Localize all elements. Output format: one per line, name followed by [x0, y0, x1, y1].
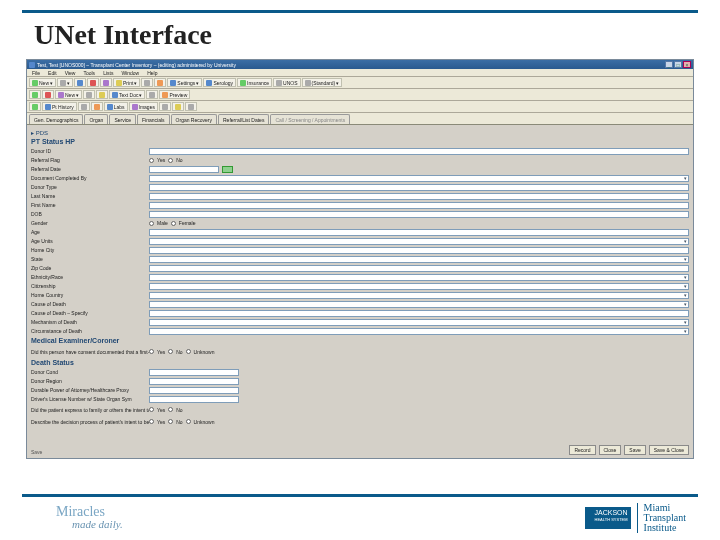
home-city-input[interactable]	[149, 247, 689, 254]
toolbar-button[interactable]: New▾	[29, 78, 56, 87]
referral-date-input[interactable]	[149, 166, 219, 173]
menu-tools[interactable]: Tools	[81, 70, 97, 76]
first-name-input[interactable]	[149, 202, 689, 209]
row-consent-obtained: Did this person have consent documented …	[31, 346, 689, 357]
close-window-button[interactable]: ×	[683, 61, 691, 68]
toolbar-button[interactable]	[159, 102, 171, 111]
driver-license-input[interactable]	[149, 396, 239, 403]
donor-region-input[interactable]	[149, 378, 239, 385]
referral-flag-yes-radio[interactable]	[149, 158, 154, 163]
toolbar-icon	[90, 80, 96, 86]
toolbar-icon	[103, 80, 109, 86]
last-name-input[interactable]	[149, 193, 689, 200]
toolbar-button[interactable]: Print▾	[113, 78, 140, 87]
menu-edit[interactable]: Edit	[46, 70, 59, 76]
toolbar-button[interactable]: Images	[129, 102, 158, 111]
tab-strip: Gen. Demographics Organ Service Financia…	[27, 113, 693, 125]
family-contact-no-radio[interactable]	[168, 407, 173, 412]
label-gender: Gender	[31, 220, 149, 226]
age-units-select[interactable]	[149, 238, 689, 245]
menu-window[interactable]: Window	[119, 70, 141, 76]
toolbar-button[interactable]	[146, 90, 158, 99]
close-button[interactable]: Close	[599, 445, 622, 455]
row-cod-spec: Cause of Death – Specify	[31, 309, 689, 317]
toolbar-button[interactable]	[100, 78, 112, 87]
toolbar-button[interactable]: New▾	[55, 90, 82, 99]
toolbar-button[interactable]	[141, 78, 153, 87]
toolbar-button[interactable]: ▾	[57, 78, 73, 87]
toolbar-button[interactable]	[185, 102, 197, 111]
minimize-button[interactable]: _	[665, 61, 673, 68]
document-completed-select[interactable]	[149, 175, 689, 182]
mechanism-select[interactable]	[149, 319, 689, 326]
decision-process-unk-radio[interactable]	[186, 419, 191, 424]
tab-organ-recovery[interactable]: Organ Recovery	[171, 114, 217, 124]
menu-file[interactable]: File	[30, 70, 42, 76]
cause-of-death-select[interactable]	[149, 301, 689, 308]
toolbar-button[interactable]	[172, 102, 184, 111]
referral-flag-no-radio[interactable]	[168, 158, 173, 163]
family-contact-yes-radio[interactable]	[149, 407, 154, 412]
toolbar-button[interactable]: Text Doc▾	[109, 90, 145, 99]
toolbar-button[interactable]	[154, 78, 166, 87]
dpa-input[interactable]	[149, 387, 239, 394]
toolbar-button[interactable]: Settings▾	[167, 78, 202, 87]
gender-m-radio[interactable]	[149, 221, 154, 226]
tab-organ[interactable]: Organ	[84, 114, 108, 124]
save-close-button[interactable]: Save & Close	[649, 445, 689, 455]
row-donor-cond: Donor Cond	[31, 368, 689, 376]
row-last-name: Last Name	[31, 192, 689, 200]
decision-process-no-radio[interactable]	[168, 419, 173, 424]
toolbar-button[interactable]: Serology	[203, 78, 236, 87]
tab-referral-dates[interactable]: Referral/List Dates	[218, 114, 269, 124]
gender-f-radio[interactable]	[171, 221, 176, 226]
toolbar-button[interactable]	[87, 78, 99, 87]
save-button[interactable]: Save	[624, 445, 645, 455]
toolbar-button[interactable]	[74, 78, 86, 87]
cod-spec-input[interactable]	[149, 310, 689, 317]
zip-code-input[interactable]	[149, 265, 689, 272]
toolbar-button[interactable]: Preview	[159, 90, 190, 99]
tab-call-screening[interactable]: Call / Screening / Appointments	[270, 114, 350, 124]
ethnicity-race-select[interactable]	[149, 274, 689, 281]
decision-process-yes-radio[interactable]	[149, 419, 154, 424]
section-pt-status: PT Status HP	[31, 138, 689, 145]
tab-financials[interactable]: Financials	[137, 114, 170, 124]
tab-demographics[interactable]: Gen. Demographics	[29, 114, 83, 124]
state-select[interactable]	[149, 256, 689, 263]
label-donor-type: Donor Type	[31, 184, 149, 190]
citizenship-select[interactable]	[149, 283, 689, 290]
dob-input[interactable]	[149, 211, 689, 218]
consent-obtained-no-radio[interactable]	[168, 349, 173, 354]
record-button[interactable]: Record	[569, 445, 595, 455]
consent-obtained-yes-radio[interactable]	[149, 349, 154, 354]
toolbar-button[interactable]: UNOS	[273, 78, 300, 87]
menu-lists[interactable]: Lists	[101, 70, 115, 76]
toolbar-button[interactable]	[78, 102, 90, 111]
toolbar-button[interactable]	[96, 90, 108, 99]
donor-type-input[interactable]	[149, 184, 689, 191]
toolbar-button[interactable]	[83, 90, 95, 99]
toolbar-icon	[188, 104, 194, 110]
circumstance-select[interactable]	[149, 328, 689, 335]
toolbar-button[interactable]	[42, 90, 54, 99]
consent-obtained-unk-radio[interactable]	[186, 349, 191, 354]
home-country-select[interactable]	[149, 292, 689, 299]
toolbar-button[interactable]	[29, 102, 41, 111]
toolbar-button[interactable]: (Standard)▾	[302, 78, 343, 87]
age-input[interactable]	[149, 229, 689, 236]
maximize-button[interactable]: □	[674, 61, 682, 68]
donor-cond-input[interactable]	[149, 369, 239, 376]
referral-date-toggle[interactable]	[222, 166, 233, 173]
menu-help[interactable]: Help	[145, 70, 159, 76]
toolbar-button[interactable]	[29, 90, 41, 99]
donor-id-input[interactable]	[149, 148, 689, 155]
toolbar-button[interactable]: Pt History	[42, 102, 77, 111]
toolbar-button[interactable]: Labs	[104, 102, 128, 111]
menu-view[interactable]: View	[63, 70, 78, 76]
tab-service[interactable]: Service	[109, 114, 136, 124]
row-decision-process: Describe the decision process of patient…	[31, 416, 689, 427]
toolbar-button[interactable]	[91, 102, 103, 111]
row-home-country: Home Country	[31, 291, 689, 299]
toolbar-button[interactable]: Insurance	[237, 78, 272, 87]
